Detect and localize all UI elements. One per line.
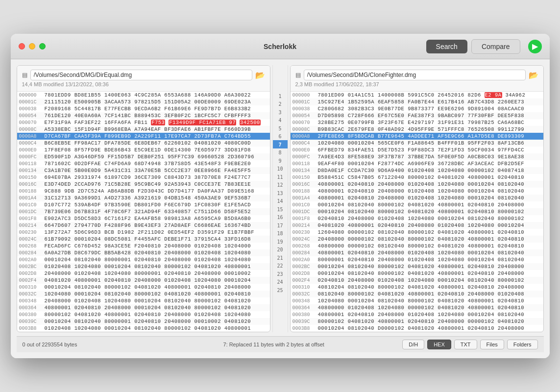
table-row[interactable]: 0001F8 E902A7C3 D5DC58D3 6C7161F2 EA4AFB… bbox=[17, 215, 270, 222]
table-row[interactable]: 000000 7801ED09 014A1C51 1400008B 5991C5… bbox=[291, 92, 543, 98]
hex-data: 15C927E4 1B52595A 6EAF5858 FA0B7E44 E617… bbox=[318, 99, 541, 105]
hex-offset: 00016C bbox=[292, 182, 318, 187]
table-row[interactable]: 000268 FECAD6FC C676D452 98A3CE5E F20408… bbox=[17, 243, 270, 249]
hex-data: D7D05898 C728F666 EF67C5E0 FAE387F3 9BAB… bbox=[318, 113, 541, 119]
table-row[interactable]: 000070E7F31F9A FAF3EF22 16FFA6FA FB11 F7… bbox=[17, 119, 270, 126]
table-row[interactable]: 000134 C3A1B70E 5B00E0D9 5A431C31 33A70E… bbox=[17, 167, 270, 174]
close-button[interactable] bbox=[19, 43, 25, 49]
right-pane: ▤ /Volumes/Second/DMG/CloneFighter.dmg 📂… bbox=[290, 65, 544, 332]
table-row[interactable]: 000214 04081020 40800001 02040810 204080… bbox=[291, 222, 543, 229]
table-row[interactable]: 0000FC ED590F1D A3G46DF59 FF15D5B7 DEB0F… bbox=[17, 153, 270, 160]
left-hex-table[interactable]: 000000 7801EDD9 BD8E1B55 1400E063 4C9C28… bbox=[17, 92, 270, 332]
hex-data: 328BE275 0E0799FB 3F23F67E E4297197 31F9… bbox=[318, 120, 541, 125]
table-row[interactable]: 00001C 15C927E4 1B52595A 6EAF5858 FA0B7E… bbox=[291, 98, 543, 105]
table-row[interactable]: 0001A4 31C12713 9A3699D1 A4D27336 A39216… bbox=[17, 195, 270, 201]
table-row[interactable]: 000284 40800001 02040810 20408000 010204… bbox=[291, 249, 543, 256]
table-row[interactable]: 00024C 61B79092 00010204 08DC5081 F4455A… bbox=[17, 236, 270, 243]
table-row[interactable]: 0001A4 40800001 02040810 20408000 010204… bbox=[291, 195, 543, 201]
table-row[interactable]: 000070 328BE275 0E0799FB 3F23F67E E42971… bbox=[291, 119, 543, 126]
table-row[interactable]: 000310 00010204 08102040 80000102 040810… bbox=[17, 284, 270, 291]
table-row[interactable]: 000268 40800000 00000102 08102040 800001… bbox=[291, 243, 543, 249]
table-row[interactable]: 00039C 00010204 08102040 80000001 020408… bbox=[17, 318, 270, 325]
right-folder-button[interactable]: 📂 bbox=[529, 71, 538, 80]
table-row[interactable]: 000230 13F272A7 5D6C96D3 BCB D1982 2F211… bbox=[17, 229, 270, 236]
right-hex-table[interactable]: 000000 7801ED09 014A1C51 1400008B 5991C5… bbox=[291, 92, 543, 332]
table-row[interactable]: 000150 694E07BA 29331974 61897CD9 36CE73… bbox=[17, 174, 270, 181]
compare-button[interactable]: Compare bbox=[471, 39, 520, 54]
hex-offset: 000150 bbox=[292, 175, 318, 180]
table-row[interactable]: 000380 40800001 02040810 20408000 010204… bbox=[291, 311, 543, 318]
table-row[interactable]: 000054 761DE120 40E0A60A 7CF141BC B88945… bbox=[17, 112, 270, 119]
status-btn-folders[interactable]: Folders bbox=[507, 340, 538, 349]
table-row[interactable]: 0002F4 04081020 40800001 02040810 204080… bbox=[17, 277, 270, 284]
table-row[interactable]: 00016C 40800001 02040810 20408000 010204… bbox=[291, 181, 543, 188]
table-row[interactable]: 0001C0 00010204 08102040 80000102 040810… bbox=[291, 201, 543, 208]
go-button[interactable]: ▶ bbox=[528, 40, 542, 53]
table-row[interactable]: 0001DC 00010204 08102040 80000102 040810… bbox=[291, 208, 543, 215]
table-row[interactable]: 00032C 10204080 00010204 08102040 800001… bbox=[17, 291, 270, 297]
table-row[interactable]: 0001F8 02040810 20408000 01020408 102040… bbox=[291, 215, 543, 222]
status-btn-hex[interactable]: HEX bbox=[427, 340, 451, 349]
left-folder-button[interactable]: 📂 bbox=[255, 71, 265, 80]
table-row[interactable]: 0001C0 D107C772 539AB4DF 97B3590E DB801F… bbox=[17, 201, 270, 208]
status-btn-txt[interactable]: TXT bbox=[454, 340, 477, 349]
hex-offset: 00008C bbox=[19, 127, 45, 132]
table-row[interactable]: 000364 40800001 02040810 20408000 000102… bbox=[17, 304, 270, 311]
table-row[interactable]: 000214 6647D607 2794770D F4288F96 B9E43E… bbox=[17, 222, 270, 229]
table-row[interactable]: 0000A8 2FFE8E65 8F5BDCAB B77E9645 4ADDEE… bbox=[291, 133, 543, 140]
table-row[interactable]: 000038 C280G682 3082B3C3 9E0B77DE 9B8733… bbox=[291, 105, 543, 112]
status-btn-files[interactable]: Files bbox=[480, 340, 504, 349]
table-row[interactable]: 000118 7871602C 0D2DFFAE C74FD6A9 68D749… bbox=[17, 160, 270, 167]
hex-data: 10204080 00010204 08102040 80000102 0408… bbox=[45, 291, 268, 297]
table-row[interactable]: 0000FC 7A9EE4D3 8FE588E9 3F37B787 37BBE7… bbox=[291, 153, 543, 160]
table-row[interactable]: 000150 B588451C C5847B05 67122040 800001… bbox=[291, 174, 543, 181]
table-row[interactable]: 000038 F2089168 5C44817B E77FECBB 9ECDA6… bbox=[17, 105, 270, 112]
table-row[interactable]: 000284 6A0A27DB D8C679DC BB5AB428 020408… bbox=[17, 249, 270, 256]
table-row[interactable]: 0002D8 00010204 08102040 80000102 040810… bbox=[291, 270, 543, 277]
table-row[interactable]: 0000C4 B6C8EB5E FF98AC17 DFA785DE 6E8DEB… bbox=[17, 140, 270, 147]
table-row[interactable]: 00008C B9B83CAC 2E679FE8 0F48AD92 4D95FF… bbox=[291, 126, 543, 133]
fullscreen-button[interactable] bbox=[39, 43, 46, 49]
table-row[interactable]: 000380 80000102 04081020 40800001 020408… bbox=[17, 311, 270, 318]
search-button[interactable]: Search bbox=[426, 40, 467, 53]
status-btn-d-h[interactable]: D/H bbox=[402, 340, 424, 349]
table-row[interactable]: 0002F4 02040810 20408000 01020408 102040… bbox=[291, 277, 543, 284]
hex-offset: 000188 bbox=[19, 189, 45, 194]
table-row[interactable]: 00008C A5338EBC 15F1D94F B9968EBA A7A94E… bbox=[17, 126, 270, 133]
hex-offset: 00032C bbox=[19, 292, 45, 297]
minimize-button[interactable] bbox=[29, 43, 35, 49]
table-row[interactable]: 000364 40800000 01020408 10204080 000001… bbox=[291, 304, 543, 311]
table-row[interactable]: 000188 40800001 02040810 20408000 010204… bbox=[291, 188, 543, 195]
table-row[interactable]: 00016C E3D74DED 2CCAD976 71C5B28E 95C9BC… bbox=[17, 181, 270, 188]
table-row[interactable]: 000348 20408000 01020408 10204080 000102… bbox=[17, 297, 270, 304]
table-row[interactable]: 000000 7801EDD9 BD8E1B55 1400E063 4C9C28… bbox=[17, 92, 270, 98]
table-row[interactable]: 0003B8 00010204 08102040 D0000102 040810… bbox=[291, 325, 543, 332]
table-row[interactable]: 0002A0 80000001 02040810 20408000 010204… bbox=[291, 256, 543, 263]
table-row[interactable]: 000054 D7D05898 C728F666 EF67C5E0 FAE387… bbox=[291, 112, 543, 119]
hex-data: 80000102 04081020 40800001 02040810 2040… bbox=[45, 312, 268, 318]
left-pane: ▤ /Volumes/Second/DMG/DirEqual.dmg 📂 14,… bbox=[17, 65, 270, 332]
table-row[interactable]: 000118 9EAF4F80 00010204 F28774DC A6906F… bbox=[291, 160, 543, 167]
table-row[interactable]: 000348 10204080 00010204 08102040 800001… bbox=[291, 297, 543, 304]
table-row[interactable]: 0000A8 D7CA67BF CAA5F39A F899EB9D 2A229F… bbox=[17, 133, 270, 140]
table-row[interactable]: 000188 9C888 9DB 2D7C524A AB6AB8DB F2D30… bbox=[17, 188, 270, 195]
table-row[interactable]: 000230 12604080 00000102 08102040 800001… bbox=[291, 229, 543, 236]
table-row[interactable]: 0000C4 10204080 00010204 565CE0F6 F1A886… bbox=[291, 140, 543, 147]
table-row[interactable]: 0000E0 17F8EF08 8F57FD9E BDE86B43 E5C9EE… bbox=[17, 147, 270, 153]
table-row[interactable]: 000134 D8DA0E1F CCDA7C30 9D6A9400 010204… bbox=[291, 167, 543, 174]
table-row[interactable]: 0003B8 01020408 10204080 00010204 081020… bbox=[17, 325, 270, 332]
right-path-select[interactable]: /Volumes/Second/DMG/CloneFighter.dmg bbox=[304, 70, 526, 80]
table-row[interactable]: 0002BC 01020408 10204080 00010204 081020… bbox=[17, 263, 270, 270]
table-row[interactable]: 00032C 08102040 80000102 04081020 408000… bbox=[291, 291, 543, 297]
left-path-select[interactable]: /Volumes/Second/DMG/DirEqual.dmg bbox=[30, 70, 252, 80]
table-row[interactable]: 00039C 80000102 04081020 40800001 020408… bbox=[291, 318, 543, 325]
center-number: 23 bbox=[273, 270, 288, 278]
table-row[interactable]: 0002A0 00010204 08102040 80000001 020408… bbox=[17, 256, 270, 263]
table-row[interactable]: 0002BC 00010204 08102040 80000102 040810… bbox=[291, 263, 543, 270]
table-row[interactable]: 00001C 21115120 E500905B 3ACAA573 978215… bbox=[17, 98, 270, 105]
table-row[interactable]: 0000E0 6FFBED79 834FAE51 D5E7D523 F9F88D… bbox=[291, 147, 543, 153]
table-row[interactable]: 0001DC 7B739E06 D67B831F 4F78C6F7 321AD9… bbox=[17, 208, 270, 215]
table-row[interactable]: 00024C 20408000 00000102 08102040 800001… bbox=[291, 236, 543, 243]
table-row[interactable]: 000310 40810204 08102040 80000102 040810… bbox=[291, 284, 543, 291]
table-row[interactable]: 0002D8 20408000 01020408 10204080 800000… bbox=[17, 270, 270, 277]
